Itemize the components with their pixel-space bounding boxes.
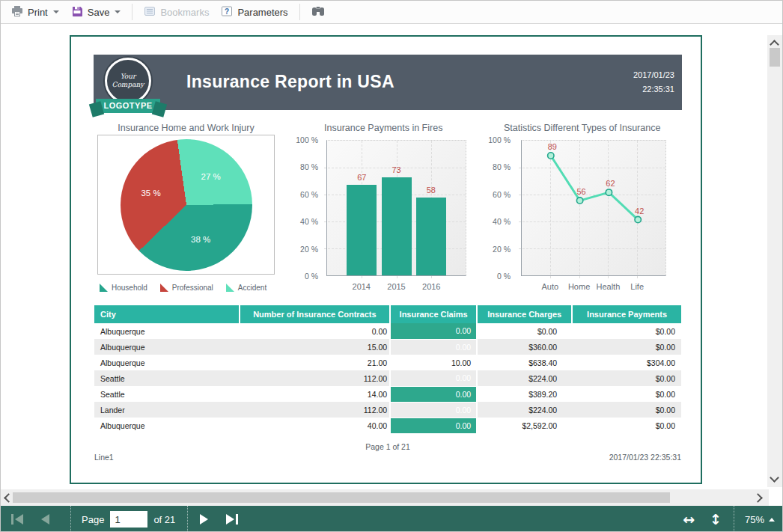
report-time: 22:35:31 [633, 82, 674, 97]
x-tick-label: 2014 [353, 282, 371, 291]
column-header-1: Number of Insurance Contracts [240, 305, 390, 323]
bar-plot: 677358 [326, 140, 466, 276]
y-tick-label: 80 % [493, 162, 511, 171]
y-tick-label: 20 % [300, 245, 318, 254]
line-plot: 89566242 [521, 140, 666, 276]
previous-page-icon [41, 514, 49, 525]
line-marker-Life [635, 216, 641, 222]
parameters-button[interactable]: ? Parameters [215, 3, 293, 22]
svg-text:56: 56 [576, 187, 585, 196]
cell-value: 21.00 [240, 355, 390, 370]
company-logo: Your Company LOGOTYPE [96, 57, 160, 115]
cell-value: 14.00 [240, 386, 390, 402]
report-table: CityNumber of Insurance ContractsInsuran… [94, 305, 681, 434]
horizontal-scroll-thumb[interactable] [13, 492, 670, 503]
page-number-input[interactable] [110, 511, 147, 528]
page-navigation-bar: Page of 21 ↔ ↕ 75% [1, 506, 783, 532]
cell-value: $0.00 [477, 323, 572, 339]
bar-value-label: 73 [382, 165, 412, 174]
y-tick-label: 100 % [488, 135, 511, 144]
scroll-up-icon[interactable] [771, 41, 778, 48]
bar-2015 [382, 177, 412, 275]
fit-width-button[interactable]: ↔ [683, 513, 695, 527]
pie-chart-title: Insurance Home and Work Injury [97, 123, 275, 133]
table-row: Albuquerque21.0010.00$638.40$304.00 [94, 355, 681, 370]
cell-value: $304.00 [572, 355, 681, 370]
pie-chart: 27 %38 %35 % [97, 135, 275, 275]
legend-label: Household [112, 284, 147, 292]
bookmarks-label: Bookmarks [160, 7, 209, 18]
print-button[interactable]: Print [5, 3, 65, 22]
cell-value: 10.00 [390, 355, 477, 370]
y-tick-label: 60 % [493, 190, 511, 199]
pie-legend: HouseholdProfessionalAccident [100, 284, 266, 292]
line-marker-Health [606, 189, 612, 195]
report-viewport: Your Company LOGOTYPE Insurance Report i… [1, 24, 769, 489]
table-header-row: CityNumber of Insurance ContractsInsuran… [94, 305, 681, 323]
fit-height-button[interactable]: ↕ [710, 513, 722, 527]
svg-text:62: 62 [606, 179, 615, 188]
pie-graphic: 27 %38 %35 % [121, 139, 252, 271]
x-tick-label: 2015 [387, 282, 405, 291]
cell-value: $224.00 [477, 370, 572, 386]
legend-label: Accident [238, 284, 266, 292]
nav-separator [734, 506, 734, 532]
bar-2014 [347, 185, 377, 275]
scroll-down-icon[interactable] [771, 474, 778, 481]
cell-value: $224.00 [477, 402, 572, 418]
vertical-scrollbar[interactable] [767, 35, 782, 487]
previous-page-button[interactable] [41, 514, 49, 525]
line-chart-title: Statistics Different Types of Insurance [504, 123, 660, 133]
x-tick-label: 2016 [422, 282, 440, 291]
x-tick-label: Health [596, 282, 620, 291]
y-tick-label: 60 % [300, 190, 318, 199]
logo-script-line1: Your [121, 73, 136, 81]
first-page-button[interactable] [11, 514, 23, 525]
column-header-2: Insurance Claims [390, 305, 477, 323]
bar-value-label: 58 [416, 186, 446, 195]
bookmarks-button[interactable]: Bookmarks [138, 3, 215, 22]
bar-chart-title: Insurance Payments in Fires [324, 123, 442, 133]
last-page-icon [226, 514, 234, 525]
cell-value: 0.00 [390, 386, 477, 402]
parameters-label: Parameters [237, 7, 287, 18]
vertical-scroll-thumb[interactable] [770, 48, 780, 67]
save-floppy-icon [71, 5, 83, 19]
cell-value: $0.00 [572, 402, 681, 418]
cell-value: $0.00 [572, 386, 681, 402]
x-tick-label: Home [568, 282, 590, 291]
line-yaxis: 100 %80 %60 %40 %20 %0 % [484, 140, 515, 276]
legend-item: Accident [226, 284, 266, 292]
y-tick-label: 0 % [497, 272, 511, 281]
cell-value: $0.00 [572, 323, 681, 339]
next-page-button[interactable] [200, 514, 208, 525]
zoom-control[interactable]: 75% [745, 514, 775, 525]
binoculars-icon [311, 5, 325, 19]
pie-slice-label: 38 % [191, 235, 210, 244]
first-page-icon [11, 514, 13, 525]
save-label: Save [88, 7, 110, 18]
find-button[interactable] [305, 3, 331, 22]
cell-value: 0.00 [390, 339, 477, 355]
scroll-right-icon[interactable] [755, 495, 761, 501]
cell-city: Seattle [94, 386, 240, 402]
horizontal-scrollbar[interactable] [1, 489, 769, 506]
table-row: Lander112.000.00$224.00$0.00 [94, 402, 681, 418]
cell-city: Albuquerque [94, 355, 240, 370]
save-button[interactable]: Save [65, 3, 127, 22]
cell-value: $2,592.00 [477, 418, 572, 433]
cell-value: $360.00 [477, 339, 572, 355]
zoom-level: 75% [745, 514, 764, 525]
printer-icon [11, 5, 23, 19]
y-tick-label: 100 % [296, 135, 318, 144]
page-label: Page [82, 514, 104, 525]
table-row: Seattle14.000.00$389.20$0.00 [94, 386, 681, 402]
line-graphic: 89566242 [522, 141, 667, 277]
logo-script-line2: Company [112, 81, 144, 89]
last-page-button[interactable] [226, 514, 238, 525]
bar-value-label: 67 [347, 173, 377, 182]
table-row: Albuquerque15.000.00$360.00$0.00 [94, 339, 681, 355]
toolbar: Print Save Bookmarks ? Parameters [1, 1, 782, 24]
scroll-left-icon[interactable] [5, 495, 12, 501]
legend-item: Household [100, 284, 147, 292]
